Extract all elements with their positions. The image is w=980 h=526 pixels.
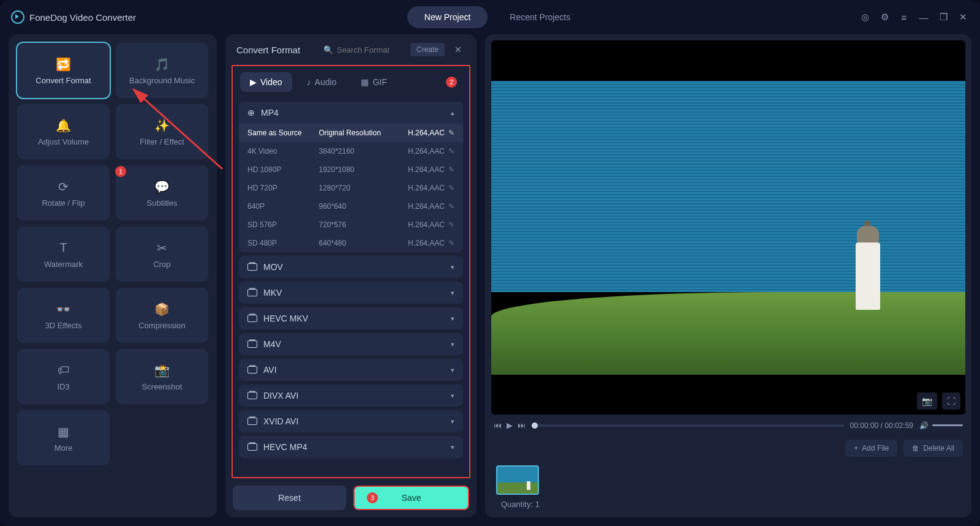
chevron-down-icon: ▾ [451, 315, 454, 323]
format-name: HEVC MP4 [263, 442, 307, 452]
fullscreen-icon[interactable]: ⛶ [942, 393, 960, 410]
film-icon [247, 263, 257, 271]
create-button[interactable]: Create [410, 43, 445, 56]
edit-icon[interactable]: ✎ [448, 202, 454, 211]
preset-codec: H.264,AAC [408, 239, 445, 247]
preset-codec: H.264,AAC [408, 220, 445, 229]
menu-icon[interactable]: ≡ [898, 12, 910, 23]
next-icon[interactable]: ⏭ [518, 421, 526, 430]
file-thumbnail[interactable] [496, 465, 539, 495]
tool-label: ID3 [57, 382, 69, 391]
seek-slider[interactable] [532, 424, 844, 427]
volume-slider[interactable] [932, 424, 963, 426]
step-badge-2: 2 [446, 77, 457, 88]
video-preview[interactable]: 📷 ⛶ [491, 40, 965, 415]
tools-sidebar: 🔁Convert Format 🎵Background Music 🔔Adjus… [9, 34, 217, 517]
tool-rotate-flip[interactable]: ⟳Rotate / Flip [17, 165, 110, 220]
format-tab-audio[interactable]: ♪Audio [297, 72, 347, 92]
preset-resolution: 720*576 [318, 220, 402, 229]
tab-recent-projects[interactable]: Recent Projects [492, 6, 587, 28]
format-row[interactable]: SD 480P640*480H.264,AAC✎ [239, 234, 463, 252]
format-group: MOV▾ [239, 256, 463, 278]
preset-resolution: 1920*1080 [318, 165, 402, 174]
add-file-button[interactable]: +Add File [845, 440, 897, 457]
format-header[interactable]: MKV▾ [239, 282, 463, 304]
play-icon[interactable]: ▶ [507, 421, 513, 430]
format-header-mp4[interactable]: ⊕ MP4 ▴ [239, 102, 463, 124]
format-name: MP4 [261, 108, 279, 118]
save-button[interactable]: 3 Save [353, 486, 469, 510]
preset-codec: H.264,AAC [408, 147, 445, 156]
tool-compression[interactable]: 📦Compression [116, 288, 208, 343]
gear-icon[interactable]: ⚙ [878, 12, 891, 23]
format-header[interactable]: HEVC MKV▾ [239, 307, 463, 329]
tool-more[interactable]: ▦More [17, 410, 110, 465]
format-name: M4V [263, 339, 281, 349]
reset-button[interactable]: Reset [233, 486, 346, 510]
format-header[interactable]: XVID AVI▾ [239, 410, 463, 432]
minimize-icon[interactable]: — [918, 12, 930, 23]
tool-id3[interactable]: 🏷ID3 [17, 349, 110, 404]
tool-filter-effect[interactable]: ✨Filter / Effect [116, 104, 208, 159]
maximize-icon[interactable]: ❐ [937, 12, 949, 23]
close-icon[interactable]: ✕ [957, 12, 969, 23]
format-header[interactable]: AVI▾ [239, 359, 463, 381]
preset-name: 640P [247, 202, 312, 211]
gif-icon: ▦ [361, 77, 369, 87]
tab-label: GIF [372, 77, 386, 87]
chevron-up-icon: ▴ [451, 109, 454, 117]
chevron-down-icon: ▾ [451, 392, 454, 400]
tab-new-project[interactable]: New Project [407, 6, 488, 28]
account-icon[interactable]: ◎ [859, 12, 871, 23]
tool-label: Screenshot [142, 382, 183, 391]
tool-background-music[interactable]: 🎵Background Music [116, 43, 208, 98]
preset-codec: H.264,AAC [408, 184, 445, 192]
format-row[interactable]: HD 1080P1920*1080H.264,AAC✎ [239, 160, 463, 179]
format-tab-video[interactable]: ▶Video [240, 72, 292, 92]
format-row[interactable]: HD 720P1280*720H.264,AAC✎ [239, 179, 463, 197]
volume-icon[interactable]: 🔊 [919, 421, 929, 430]
format-row[interactable]: Same as SourceOriginal ResolutionH.264,A… [239, 124, 463, 142]
format-header[interactable]: DIVX AVI▾ [239, 385, 463, 407]
time-display: 00:00:00 / 00:02:59 [850, 421, 913, 430]
snapshot-icon[interactable]: 📷 [917, 393, 937, 410]
tool-3d-effects[interactable]: 👓3D Effects [17, 288, 110, 343]
edit-icon[interactable]: ✎ [448, 129, 454, 137]
format-header[interactable]: MOV▾ [239, 256, 463, 278]
delete-all-button[interactable]: 🗑Delete All [903, 440, 963, 457]
format-group: HEVC MP4▾ [239, 436, 463, 458]
tool-watermark[interactable]: TWatermark [17, 227, 110, 282]
tool-convert-format[interactable]: 🔁Convert Format [17, 43, 110, 98]
tool-label: Crop [153, 260, 170, 269]
format-header[interactable]: M4V▾ [239, 333, 463, 355]
format-row[interactable]: 4K Video3840*2160H.264,AAC✎ [239, 142, 463, 160]
search-input[interactable] [337, 45, 404, 54]
edit-icon[interactable]: ✎ [448, 165, 454, 174]
music-icon: 🎵 [153, 56, 172, 72]
edit-icon[interactable]: ✎ [448, 239, 454, 247]
preset-name: HD 720P [247, 184, 312, 192]
format-group: XVID AVI▾ [239, 410, 463, 432]
format-tab-gif[interactable]: ▦GIF [351, 72, 396, 92]
format-row[interactable]: 640P960*640H.264,AAC✎ [239, 197, 463, 216]
close-panel-icon[interactable]: ✕ [451, 43, 466, 56]
edit-icon[interactable]: ✎ [448, 147, 454, 156]
film-icon [247, 443, 257, 451]
format-row[interactable]: SD 576P720*576H.264,AAC✎ [239, 216, 463, 234]
search-format[interactable]: 🔍 [323, 45, 404, 54]
preset-name: SD 576P [247, 220, 312, 229]
tool-label: Filter / Effect [140, 137, 184, 146]
prev-icon[interactable]: ⏮ [494, 421, 502, 430]
edit-icon[interactable]: ✎ [448, 184, 454, 192]
tool-screenshot[interactable]: 📸Screenshot [116, 349, 208, 404]
edit-icon[interactable]: ✎ [448, 220, 454, 229]
format-header[interactable]: HEVC MP4▾ [239, 436, 463, 458]
tool-adjust-volume[interactable]: 🔔Adjust Volume [17, 104, 110, 159]
preset-name: Same as Source [247, 129, 312, 137]
tool-crop[interactable]: ✂Crop [116, 227, 208, 282]
format-name: DIVX AVI [263, 391, 298, 400]
more-icon: ▦ [54, 424, 74, 440]
preset-name: 4K Video [247, 147, 312, 156]
tool-subtitles[interactable]: 💬Subtitles [116, 165, 208, 220]
rotate-icon: ⟳ [54, 179, 74, 195]
